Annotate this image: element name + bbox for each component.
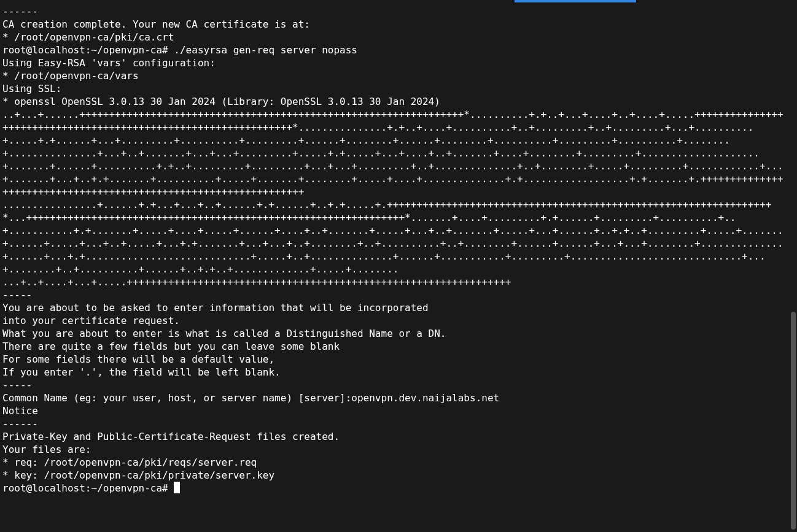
terminal-line: * req: /root/openvpn-ca/pki/reqs/server.… [2, 456, 786, 469]
scrollbar-track[interactable] [788, 5, 797, 532]
terminal-line: * key: /root/openvpn-ca/pki/private/serv… [2, 469, 786, 482]
terminal-line: ------ [2, 417, 786, 430]
terminal-line: Using Easy-RSA 'vars' configuration: [2, 56, 786, 69]
terminal-line: Using SSL: [2, 82, 786, 95]
terminal-line: Private-Key and Public-Certificate-Reque… [2, 430, 786, 443]
terminal-line: ................+......+.+...+...+..+...… [2, 198, 786, 276]
terminal-line: There are quite a few fields but you can… [2, 340, 786, 353]
terminal-line: * openssl OpenSSL 3.0.13 30 Jan 2024 (Li… [2, 95, 786, 108]
terminal-line: ..+...+......+++++++++++++++++++++++++++… [2, 108, 786, 198]
terminal-line: ----- [2, 379, 786, 391]
terminal-line: into your certificate request. [2, 314, 786, 327]
terminal-line: What you are about to enter is what is c… [2, 327, 786, 340]
terminal-line: * /root/openvpn-ca/pki/ca.crt [2, 31, 786, 44]
window-top-bar [0, 0, 797, 2]
terminal-line: Notice [2, 404, 786, 417]
terminal-line: root@localhost:~/openvpn-ca# ./easyrsa g… [2, 44, 786, 56]
terminal-line: For some fields there will be a default … [2, 353, 786, 366]
terminal-line: If you enter '.', the field will be left… [2, 366, 786, 379]
terminal-prompt: root@localhost:~/openvpn-ca# [2, 482, 174, 494]
terminal-line: You are about to be asked to enter infor… [2, 301, 786, 314]
scrollbar-thumb[interactable] [791, 312, 796, 530]
terminal-line: CA creation complete. Your new CA certif… [2, 18, 786, 31]
terminal-output[interactable]: ------CA creation complete. Your new CA … [0, 5, 788, 532]
terminal-line: ...+..+....+...+.....+++++++++++++++++++… [2, 276, 786, 288]
terminal-line: ----- [2, 288, 786, 301]
terminal-line: Common Name (eg: your user, host, or ser… [2, 391, 786, 404]
terminal-line: Your files are: [2, 443, 786, 456]
terminal-line: * /root/openvpn-ca/vars [2, 69, 786, 82]
terminal-cursor [174, 482, 180, 493]
terminal-line: ------ [2, 5, 786, 18]
active-tab-indicator [515, 0, 636, 2]
